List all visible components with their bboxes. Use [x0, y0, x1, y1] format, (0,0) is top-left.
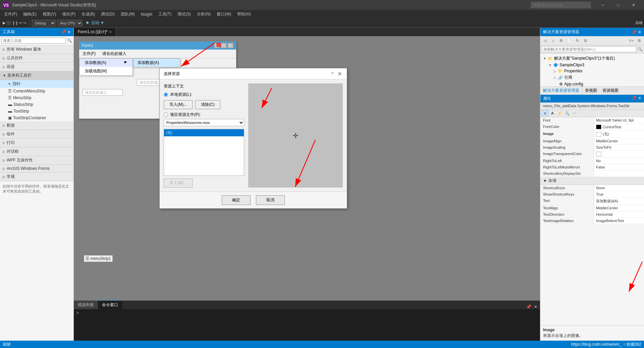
- cat-header-arcgis[interactable]: ▷ ArcGIS Windows Forms: [0, 165, 73, 172]
- se-back-btn[interactable]: ◁: [542, 37, 548, 44]
- menu-test[interactable]: 测试(S): [175, 10, 194, 18]
- form1-menu-placeholder[interactable]: 请在此处键入: [100, 50, 128, 57]
- toolbox-item-statusstrip[interactable]: ▬ StatusStrip: [0, 101, 73, 108]
- prop-pin-icon[interactable]: 📌: [632, 96, 637, 101]
- toolbox-pin-icon[interactable]: 📌: [61, 30, 66, 34]
- cat-header-all-windows[interactable]: ▷ 所有 Windows 窗体: [0, 45, 73, 54]
- toolbox-item-toolstrip[interactable]: ▬ ToolStrip: [0, 108, 73, 115]
- menu-view[interactable]: 视图(V): [40, 10, 59, 18]
- se-refresh-btn[interactable]: ↻: [574, 37, 581, 44]
- menu-tools[interactable]: 工具(T): [156, 10, 174, 18]
- toolbox-item-contextmenustrip[interactable]: ☰ ContextMenuStrip: [0, 88, 73, 94]
- prop-search-btn[interactable]: 🔍: [564, 110, 571, 116]
- prop-value-righttoleftmirror[interactable]: False: [594, 164, 644, 170]
- toolbox-cat-dialog[interactable]: ▷ 对话框: [0, 147, 73, 156]
- cat-header-components[interactable]: ▷ 组件: [0, 130, 73, 139]
- cat-header-container[interactable]: ▷ 容器: [0, 63, 73, 71]
- platform-select[interactable]: Any CPU: [57, 20, 83, 26]
- dialog-help-icon[interactable]: ?: [331, 71, 333, 76]
- radio-project-option[interactable]: 项目资源文件(P):: [164, 112, 244, 118]
- resource-list-item-none[interactable]: (无): [164, 129, 244, 136]
- dialog-close-icon[interactable]: ✕: [336, 70, 343, 77]
- toolbox-cat-arcgis[interactable]: ▷ ArcGIS Windows Forms: [0, 165, 73, 172]
- cmd-close-icon[interactable]: ✕: [534, 304, 537, 309]
- import-local-button[interactable]: 导入(M)...: [164, 100, 193, 109]
- prop-value-forecolor[interactable]: ControlText: [594, 124, 644, 130]
- tree-appconfig[interactable]: ⚙ App.config: [542, 81, 643, 86]
- toolbox-cat-common[interactable]: ▷ 公共控件: [0, 54, 73, 63]
- form1-close[interactable]: ✕: [227, 43, 233, 48]
- ctx-load-map[interactable]: 加载地图(M): [79, 67, 132, 75]
- prop-value-shortcutdisplay[interactable]: [594, 170, 644, 177]
- se-tab-resview[interactable]: 资源视图: [600, 87, 621, 94]
- tab-command-window[interactable]: 命令窗口: [98, 300, 122, 309]
- tab-close-form1[interactable]: ✕: [109, 30, 112, 34]
- cat-header-general[interactable]: ▷ 常规: [0, 172, 73, 181]
- toolbox-cat-menu[interactable]: ▼ 菜单和工具栏 ↖ 指针 ☰ ContextMenuStrip ☰ MenuS…: [0, 71, 73, 121]
- menu-window[interactable]: 窗口(W): [214, 10, 234, 18]
- cat-header-print[interactable]: ▷ 打印: [0, 139, 73, 147]
- prop-value-imagescaling[interactable]: SizeToFit: [594, 144, 644, 150]
- cat-header-common[interactable]: ▷ 公共控件: [0, 54, 73, 63]
- run-button[interactable]: ▶ 启动 ▼: [84, 19, 106, 26]
- ok-button[interactable]: 确定: [222, 195, 251, 205]
- tree-solution[interactable]: ▼ 📁 解决方案"SampleClipv3"(1个项目): [542, 55, 643, 62]
- menu-team[interactable]: 团队(M): [118, 10, 138, 18]
- prop-value-imagetransparent[interactable]: [594, 151, 644, 157]
- menu-file[interactable]: 文件(F): [1, 10, 20, 18]
- prop-category-btn[interactable]: ≡: [542, 110, 548, 116]
- menu-build[interactable]: 生成(B): [79, 10, 98, 18]
- menu-edit[interactable]: 编辑(E): [20, 10, 39, 18]
- resource-dropdown[interactable]: Properties\Resources.resx: [164, 119, 244, 126]
- menu-analyze[interactable]: 分析(N): [194, 10, 213, 18]
- tree-references[interactable]: ▷ 🔗 引用: [542, 74, 643, 81]
- prop-value-showshortcutkeys[interactable]: True: [594, 191, 644, 197]
- prop-alpha-btn[interactable]: A: [549, 110, 556, 116]
- se-tab-classview[interactable]: 类视图: [582, 87, 600, 94]
- cat-header-dialog[interactable]: ▷ 对话框: [0, 147, 73, 156]
- prop-more-btn[interactable]: ⋯: [571, 110, 578, 116]
- ctx-add-data[interactable]: 添加数据(A) ▶: [79, 59, 132, 67]
- toolbox-cat-all-windows[interactable]: ▷ 所有 Windows 窗体: [0, 45, 73, 54]
- cat-header-menu[interactable]: ▼ 菜单和工具栏: [0, 71, 73, 80]
- toolbox-cat-print[interactable]: ▷ 打印: [0, 139, 73, 147]
- toolbox-close-icon[interactable]: ✕: [67, 30, 71, 34]
- se-pin-icon[interactable]: 📌: [632, 30, 637, 34]
- prop-value-image[interactable]: (无): [594, 131, 644, 138]
- se-home-btn[interactable]: ⌂: [550, 37, 556, 44]
- cancel-button[interactable]: 取消: [256, 195, 285, 205]
- form1-menu-file[interactable]: 文件(F): [80, 50, 98, 57]
- prop-value-shortcutkeys[interactable]: None: [594, 185, 644, 191]
- clear-button[interactable]: 清除(C): [195, 100, 220, 109]
- prop-close-icon[interactable]: ✕: [638, 96, 641, 101]
- se-close-icon[interactable]: ✕: [638, 30, 641, 34]
- cat-header-wpf[interactable]: ▷ WPF 互操作性: [0, 156, 73, 165]
- toolbox-cat-data[interactable]: ▷ 数据: [0, 121, 73, 130]
- radio-local-input[interactable]: [164, 92, 168, 97]
- menu-debug[interactable]: 调试(D): [98, 10, 117, 18]
- se-collapse-btn[interactable]: ⊟: [582, 37, 589, 44]
- quick-launch-input[interactable]: [531, 2, 591, 8]
- cmd-pin-icon[interactable]: 📌: [526, 304, 531, 309]
- minimize-button[interactable]: ─: [595, 0, 610, 10]
- submenu-add-data[interactable]: 添加数据(A): [133, 59, 180, 67]
- toolbox-cat-components[interactable]: ▷ 组件: [0, 130, 73, 139]
- toolbox-cat-container[interactable]: ▷ 容器: [0, 63, 73, 71]
- tab-form1-design[interactable]: Form1.cs [设计]* ✕: [74, 28, 116, 36]
- toolbox-item-menustrip[interactable]: ☰ MenuStrip: [0, 94, 73, 101]
- menu-nsight[interactable]: Nsight: [138, 11, 155, 18]
- radio-local-option[interactable]: 本地资源(L):: [164, 92, 244, 97]
- tab-error-list[interactable]: 错误列表: [74, 301, 98, 309]
- toolbox-item-pointer[interactable]: ↖ 指针: [0, 80, 73, 88]
- menu-help[interactable]: 帮助(H): [234, 10, 254, 18]
- close-button[interactable]: ✕: [626, 0, 641, 10]
- radio-project-input[interactable]: [164, 113, 168, 117]
- se-showfiles-btn[interactable]: 📄: [566, 37, 573, 44]
- se-props-btn[interactable]: ⚙: [558, 37, 565, 44]
- toolbox-cat-wpf[interactable]: ▷ WPF 互操作性: [0, 156, 73, 165]
- import-btn2[interactable]: 导入(M)...: [164, 179, 193, 188]
- prop-value-righttoleft[interactable]: No: [594, 158, 644, 164]
- prop-value-textalign[interactable]: MiddleCenter: [594, 205, 644, 211]
- se-tab-solution[interactable]: 解决方案资源管理器: [540, 87, 582, 94]
- se-settings-btn[interactable]: ⚙: [636, 37, 643, 44]
